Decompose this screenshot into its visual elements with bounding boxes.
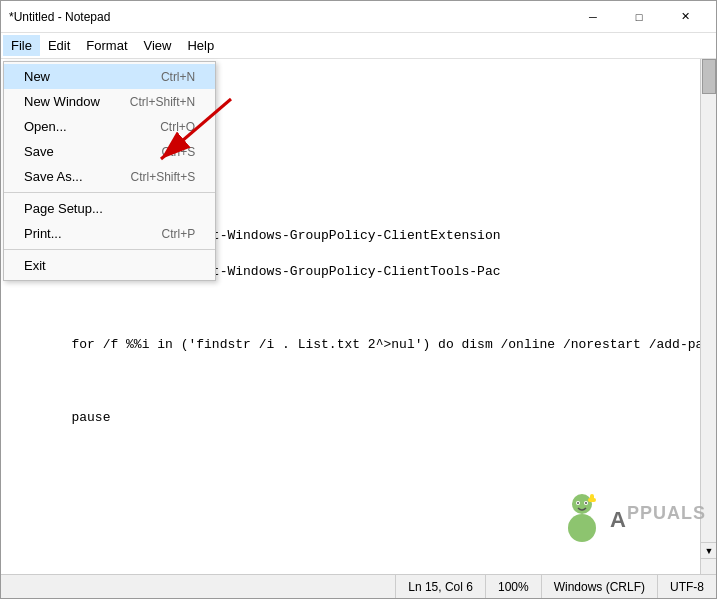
menu-new-window[interactable]: New Window Ctrl+Shift+N: [4, 89, 215, 114]
status-spacer: [1, 575, 396, 598]
menu-new-window-shortcut: Ctrl+Shift+N: [130, 95, 195, 109]
menu-view[interactable]: View: [136, 35, 180, 56]
status-position: Ln 15, Col 6: [396, 575, 486, 598]
separator-2: [4, 249, 215, 250]
separator-1: [4, 192, 215, 193]
menu-save[interactable]: Save Ctrl+S: [4, 139, 215, 164]
status-zoom: 100%: [486, 575, 542, 598]
menu-save-as-shortcut: Ctrl+Shift+S: [131, 170, 196, 184]
menu-page-setup[interactable]: Page Setup...: [4, 196, 215, 221]
file-menu-dropdown: New Ctrl+N New Window Ctrl+Shift+N Open.…: [3, 61, 216, 281]
menu-bar: File New Ctrl+N New Window Ctrl+Shift+N …: [1, 33, 716, 59]
minimize-button[interactable]: ─: [570, 1, 616, 33]
menu-save-as[interactable]: Save As... Ctrl+Shift+S: [4, 164, 215, 189]
menu-print-label: Print...: [24, 226, 62, 241]
menu-format[interactable]: Format: [78, 35, 135, 56]
notepad-window: *Untitled - Notepad ─ □ ✕ File New Ctrl+…: [0, 0, 717, 599]
menu-exit-label: Exit: [24, 258, 46, 273]
window-title: *Untitled - Notepad: [9, 10, 110, 24]
menu-open-shortcut: Ctrl+O: [160, 120, 195, 134]
menu-save-shortcut: Ctrl+S: [162, 145, 196, 159]
menu-new-label: New: [24, 69, 50, 84]
vertical-scrollbar[interactable]: ▼: [700, 59, 716, 574]
menu-new[interactable]: New Ctrl+N: [4, 64, 215, 89]
menu-page-setup-label: Page Setup...: [24, 201, 103, 216]
scrollbar-down-arrow[interactable]: ▼: [701, 542, 716, 558]
menu-save-label: Save: [24, 144, 54, 159]
menu-open-label: Open...: [24, 119, 67, 134]
menu-new-window-label: New Window: [24, 94, 100, 109]
menu-file[interactable]: File New Ctrl+N New Window Ctrl+Shift+N …: [3, 35, 40, 56]
menu-edit[interactable]: Edit: [40, 35, 78, 56]
status-bar: Ln 15, Col 6 100% Windows (CRLF) UTF-8: [1, 574, 716, 598]
menu-open[interactable]: Open... Ctrl+O: [4, 114, 215, 139]
scrollbar-bottom: [701, 558, 716, 574]
status-encoding: UTF-8: [658, 575, 716, 598]
title-bar: *Untitled - Notepad ─ □ ✕: [1, 1, 716, 33]
menu-exit[interactable]: Exit: [4, 253, 215, 278]
menu-help[interactable]: Help: [179, 35, 222, 56]
menu-print-shortcut: Ctrl+P: [162, 227, 196, 241]
window-controls: ─ □ ✕: [570, 1, 708, 33]
close-button[interactable]: ✕: [662, 1, 708, 33]
menu-print[interactable]: Print... Ctrl+P: [4, 221, 215, 246]
maximize-button[interactable]: □: [616, 1, 662, 33]
menu-save-as-label: Save As...: [24, 169, 83, 184]
status-line-ending: Windows (CRLF): [542, 575, 658, 598]
scrollbar-thumb[interactable]: [702, 59, 716, 94]
menu-new-shortcut: Ctrl+N: [161, 70, 195, 84]
